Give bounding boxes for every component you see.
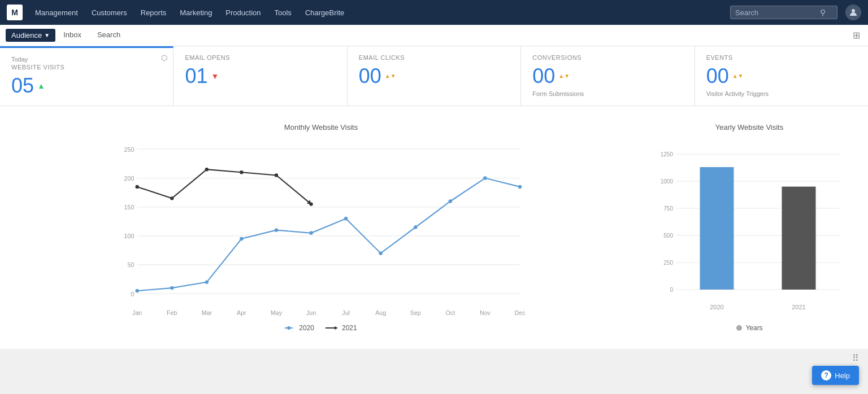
- svg-text:750: 750: [663, 205, 673, 212]
- svg-point-33: [414, 225, 417, 229]
- metric-value-conversions: 00 ▲▼: [532, 64, 683, 88]
- metric-value-website-visits: 05 ▲: [11, 74, 162, 98]
- svg-text:Dec: Dec: [515, 309, 526, 316]
- svg-point-0: [852, 9, 855, 12]
- monthly-chart-container: Monthly Website Visits 050100150200250 J…: [11, 117, 631, 338]
- search-tab[interactable]: Search: [89, 26, 128, 45]
- monthly-chart-svg: 050100150200250 JanFebMarAprMayJunJulAug…: [17, 137, 625, 318]
- svg-text:1250: 1250: [661, 151, 674, 157]
- svg-text:100: 100: [124, 233, 134, 239]
- expand-icon[interactable]: ⬡: [161, 54, 167, 62]
- svg-text:0: 0: [670, 287, 673, 293]
- metric-value-email-clicks: 00 ▲▼: [359, 64, 509, 88]
- metric-value-events: 00 ▲▼: [706, 64, 857, 88]
- metrics-row: ⬡ Today WEBSITE VISITS 05 ▲ EMAIL OPENS …: [0, 46, 868, 106]
- metric-today-label: Today: [11, 56, 162, 63]
- svg-point-64: [736, 325, 742, 331]
- line-2020: [137, 178, 520, 291]
- svg-text:150: 150: [124, 204, 134, 211]
- svg-point-32: [379, 251, 382, 255]
- arrow-down-icon: ▼: [211, 72, 219, 81]
- chevron-down-icon: ▼: [44, 32, 50, 38]
- nav-reports[interactable]: Reports: [135, 6, 172, 19]
- metric-email-opens: EMAIL OPENS 01 ▼: [173, 46, 347, 106]
- nav-search-box[interactable]: ⚲: [730, 6, 837, 19]
- arrow-updown-icon-3: ▲▼: [732, 73, 744, 79]
- metric-label-events: EVENTS: [706, 54, 857, 61]
- arrow-updown-icon: ▲▼: [385, 73, 396, 79]
- metric-conversions: CONVERSIONS 00 ▲▼ Form Submissions: [521, 46, 695, 106]
- metric-label-website-visits: WEBSITE VISITS: [11, 64, 162, 71]
- svg-point-35: [483, 176, 487, 180]
- nav-tools[interactable]: Tools: [269, 6, 297, 19]
- nav-logo[interactable]: M: [7, 5, 23, 20]
- inbox-tab[interactable]: Inbox: [55, 26, 89, 45]
- svg-text:250: 250: [124, 146, 134, 153]
- svg-point-37: [135, 185, 138, 189]
- monthly-x-axis: JanFebMarAprMayJunJulAugSepOctNovDec: [132, 309, 526, 316]
- svg-text:Mar: Mar: [202, 309, 212, 316]
- line-2021: [137, 169, 311, 204]
- yearly-bars: [700, 167, 816, 290]
- svg-text:May: May: [271, 309, 283, 316]
- svg-rect-61: [782, 187, 816, 290]
- svg-text:50: 50: [127, 261, 134, 268]
- sub-nav: Audience ▼ Inbox Search ⊞: [0, 25, 868, 46]
- svg-text:2021: 2021: [792, 304, 805, 310]
- metric-label-email-clicks: EMAIL CLICKS: [359, 54, 509, 61]
- metric-sublabel-events: Visitor Activity Triggers: [706, 90, 857, 97]
- yearly-chart-legend: Years: [648, 324, 851, 332]
- svg-marker-47: [335, 326, 338, 330]
- svg-point-25: [135, 289, 138, 292]
- dots-2021: [135, 168, 313, 206]
- svg-text:Sep: Sep: [410, 309, 421, 316]
- svg-point-31: [344, 217, 348, 220]
- svg-text:Nov: Nov: [480, 309, 491, 316]
- svg-text:Feb: Feb: [167, 309, 177, 316]
- svg-text:1000: 1000: [661, 178, 674, 185]
- svg-point-26: [170, 286, 173, 290]
- nav-search-input[interactable]: [735, 8, 820, 17]
- metric-sublabel-conversions: Form Submissions: [532, 90, 683, 97]
- yearly-x-axis: 20202021: [710, 304, 805, 310]
- yearly-chart-title: Yearly Website Visits: [648, 123, 851, 132]
- legend-years: Years: [736, 324, 762, 332]
- audience-dropdown[interactable]: Audience ▼: [6, 29, 55, 42]
- svg-text:0: 0: [131, 291, 134, 297]
- yearly-chart-svg: 025050075010001250 20202021: [648, 137, 851, 318]
- svg-point-40: [240, 170, 243, 174]
- user-avatar[interactable]: [845, 5, 861, 20]
- top-nav: M Management Customers Reports Marketing…: [0, 0, 868, 25]
- svg-text:Aug: Aug: [375, 309, 386, 316]
- yearly-chart-container: Yearly Website Visits 025050075010001250…: [642, 117, 857, 338]
- svg-text:500: 500: [663, 233, 673, 239]
- dots-2020: [135, 176, 522, 292]
- svg-text:Apr: Apr: [237, 309, 246, 316]
- legend-2021: 2021: [326, 324, 357, 332]
- svg-point-29: [275, 228, 278, 231]
- metric-email-clicks: EMAIL CLICKS 00 ▲▼: [348, 46, 521, 106]
- metric-events: EVENTS 00 ▲▼ Visitor Activity Triggers: [695, 46, 868, 106]
- monthly-y-axis: 050100150200250: [124, 146, 520, 297]
- arrow-updown-icon-2: ▲▼: [558, 73, 570, 79]
- nav-marketing[interactable]: Marketing: [174, 6, 218, 19]
- svg-rect-60: [700, 167, 734, 290]
- svg-text:Jul: Jul: [342, 309, 350, 316]
- metric-label-email-opens: EMAIL OPENS: [185, 54, 335, 61]
- nav-chargebrite[interactable]: ChargeBrite: [300, 6, 350, 19]
- nav-management[interactable]: Management: [29, 6, 84, 19]
- arrow-up-icon: ▲: [37, 81, 45, 90]
- svg-text:Oct: Oct: [446, 309, 455, 316]
- layout-toggle-icon[interactable]: ⊞: [850, 28, 862, 43]
- nav-production[interactable]: Production: [220, 6, 266, 19]
- svg-point-30: [309, 231, 313, 235]
- svg-point-38: [170, 196, 173, 200]
- svg-text:Jan: Jan: [132, 309, 142, 316]
- svg-point-41: [275, 173, 278, 177]
- svg-text:200: 200: [124, 175, 134, 182]
- svg-text:250: 250: [663, 260, 673, 266]
- metric-value-email-opens: 01 ▼: [185, 64, 335, 88]
- monthly-chart-title: Monthly Website Visits: [17, 123, 625, 132]
- metric-website-visits: ⬡ Today WEBSITE VISITS 05 ▲: [0, 46, 173, 106]
- nav-customers[interactable]: Customers: [86, 6, 133, 19]
